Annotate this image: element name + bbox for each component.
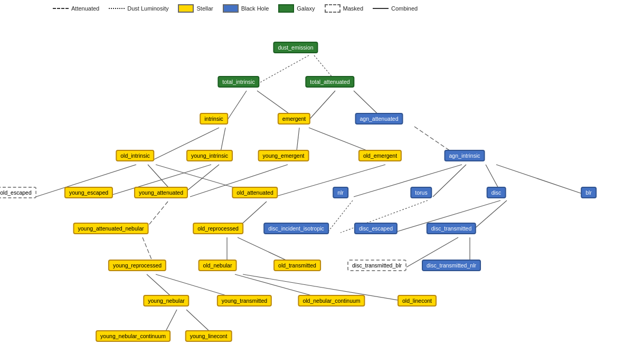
legend-blackhole-label: Black Hole: [241, 5, 269, 12]
legend-masked-label: Masked: [343, 5, 364, 12]
node-old_intrinsic[interactable]: old_intrinsic: [116, 150, 154, 161]
node-old_escaped[interactable]: old_escaped: [0, 187, 36, 198]
node-container: dust_emissiontotal_intrinsictotal_attenu…: [0, 34, 624, 364]
node-old_emergent[interactable]: old_emergent: [358, 150, 402, 161]
node-old_nebular[interactable]: old_nebular: [198, 260, 237, 271]
node-young_nebular[interactable]: young_nebular: [143, 295, 189, 306]
stellar-box-icon: [178, 4, 194, 13]
node-old_linecont[interactable]: old_linecont: [398, 295, 437, 306]
legend-masked: Masked: [325, 4, 364, 13]
node-agn_intrinsic[interactable]: agn_intrinsic: [445, 150, 485, 161]
node-young_emergent[interactable]: young_emergent: [258, 150, 309, 161]
node-disc_transmitted[interactable]: disc_transmitted: [427, 223, 476, 234]
masked-box-icon: [325, 4, 341, 13]
node-old_reprocessed[interactable]: old_reprocessed: [193, 223, 243, 234]
node-young_attenuated[interactable]: young_attenuated: [134, 187, 188, 198]
legend-stellar: Stellar: [178, 4, 213, 13]
graph-container: dust_emissiontotal_intrinsictotal_attenu…: [0, 34, 624, 364]
dust-line-icon: [109, 5, 125, 12]
legend-combined: Combined: [373, 5, 418, 12]
node-total_attenuated[interactable]: total_attenuated: [305, 76, 354, 88]
node-torus[interactable]: torus: [410, 187, 432, 198]
galaxy-box-icon: [278, 4, 294, 13]
node-young_escaped[interactable]: young_escaped: [64, 187, 113, 198]
legend-attenuated-label: Attenuated: [71, 5, 99, 12]
node-blr[interactable]: blr: [581, 187, 597, 198]
node-young_intrinsic[interactable]: young_intrinsic: [186, 150, 233, 161]
attenuated-line-icon: [53, 5, 69, 12]
combined-line-icon: [373, 5, 389, 12]
legend-galaxy-label: Galaxy: [297, 5, 315, 12]
node-disc_incident_isotropic[interactable]: disc_incident_isotropic: [263, 223, 329, 234]
node-agn_attenuated[interactable]: agn_attenuated: [355, 113, 403, 124]
node-old_attenuated[interactable]: old_attenuated: [232, 187, 278, 198]
node-disc_transmitted_nlr[interactable]: disc_transmitted_nlr: [422, 260, 481, 271]
node-total_intrinsic[interactable]: total_intrinsic: [218, 76, 259, 88]
legend-attenuated: Attenuated: [53, 5, 99, 12]
legend-combined-label: Combined: [391, 5, 418, 12]
node-young_linecont[interactable]: young_linecont: [185, 330, 232, 342]
node-young_reprocessed[interactable]: young_reprocessed: [108, 260, 166, 271]
legend-galaxy: Galaxy: [278, 4, 315, 13]
node-young_attenuated_nebular[interactable]: young_attenuated_nebular: [73, 223, 149, 234]
node-disc_escaped[interactable]: disc_escaped: [354, 223, 398, 234]
node-disc_transmitted_blr[interactable]: disc_transmitted_blr: [347, 260, 406, 271]
node-young_transmitted[interactable]: young_transmitted: [217, 295, 272, 306]
node-dust_emission[interactable]: dust_emission: [273, 42, 318, 53]
node-old_transmitted[interactable]: old_transmitted: [273, 260, 321, 271]
node-emergent[interactable]: emergent: [278, 113, 310, 124]
node-intrinsic[interactable]: intrinsic: [200, 113, 228, 124]
node-old_nebular_continuum[interactable]: old_nebular_continuum: [298, 295, 365, 306]
node-disc[interactable]: disc: [487, 187, 506, 198]
blackhole-box-icon: [223, 4, 239, 13]
legend-blackhole: Black Hole: [223, 4, 269, 13]
legend: Attenuated Dust Luminosity Stellar Black…: [53, 4, 418, 13]
node-nlr[interactable]: nlr: [333, 187, 348, 198]
legend-dust-label: Dust Luminosity: [127, 5, 168, 12]
legend-dust: Dust Luminosity: [109, 5, 168, 12]
node-young_nebular_continuum[interactable]: young_nebular_continuum: [96, 330, 171, 342]
legend-stellar-label: Stellar: [196, 5, 213, 12]
